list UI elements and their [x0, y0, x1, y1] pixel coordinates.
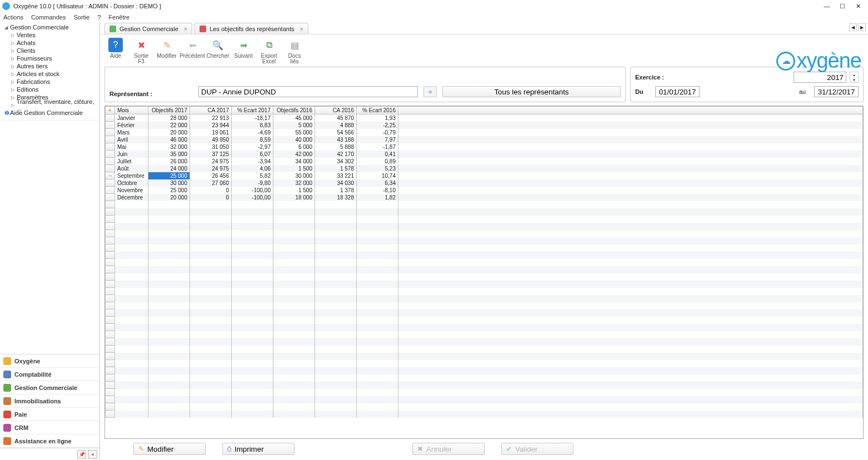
representant-lookup-button[interactable]: ⎆	[423, 86, 437, 97]
menu-commandes[interactable]: Commandes	[31, 14, 66, 21]
cell-ecart-2017[interactable]: -2,97	[232, 143, 273, 151]
cell-ecart-2017[interactable]: 8,83	[232, 122, 273, 129]
module-paie[interactable]: Paie	[0, 408, 99, 421]
module-immobilisations[interactable]: Immobilisations	[0, 394, 99, 408]
toolbar-chercher[interactable]: 🔍Chercher	[207, 38, 229, 64]
cell-ecart-2016[interactable]: 0,41	[357, 151, 398, 158]
col-ca-2016[interactable]: CA 2016	[315, 107, 357, 114]
all-reps-button[interactable]: Tous les représentants	[442, 86, 621, 97]
col-ca-2017[interactable]: CA 2017	[190, 107, 232, 114]
tree-editions[interactable]: Editions	[10, 86, 99, 93]
exercice-input[interactable]	[794, 72, 846, 83]
tree-root-gc[interactable]: Gestion Commerciale	[3, 23, 99, 31]
cell-ecart-2017[interactable]: -3,94	[232, 158, 273, 165]
cell-ecart-2017[interactable]: 4,06	[232, 165, 273, 172]
cell-ca-2016[interactable]: 54 566	[315, 129, 357, 136]
table-row[interactable]: Février22 00023 9448,835 0004 888-2,25	[106, 122, 863, 129]
cell-obj-2017[interactable]: 25 000	[148, 187, 190, 194]
toolbar-export-excel[interactable]: ⧉Export Excel	[258, 38, 280, 64]
cell-obj-2017[interactable]: 24 000	[148, 165, 190, 172]
toolbar-precedent[interactable]: ⬅Précédent	[181, 38, 203, 64]
cell-obj-2016[interactable]: 42 000	[273, 151, 315, 158]
cell-obj-2017[interactable]: 26 000	[148, 158, 190, 165]
cell-ca-2017[interactable]: 37 125	[190, 151, 232, 158]
cell-ecart-2016[interactable]: 5,23	[357, 165, 398, 172]
cell-mois[interactable]: Octobre	[115, 179, 148, 187]
cell-ca-2017[interactable]: 31 050	[190, 143, 232, 151]
cell-obj-2016[interactable]: 34 000	[273, 158, 315, 165]
cell-mois[interactable]: Septembre	[115, 172, 148, 179]
cell-mois[interactable]: Décembre	[115, 194, 148, 201]
representant-input[interactable]	[198, 86, 418, 97]
table-row[interactable]: Décembre20 0000-100,0018 00018 3281,82	[106, 194, 863, 201]
to-date-input[interactable]	[814, 86, 859, 97]
module-assistance[interactable]: Assistance en ligne	[0, 434, 99, 448]
cell-mois[interactable]: Novembre	[115, 187, 148, 194]
cell-ecart-2017[interactable]: -100,00	[232, 187, 273, 194]
table-row[interactable]: Juin35 00037 1256,0742 00042 1700,41	[106, 151, 863, 158]
cell-mois[interactable]: Février	[115, 122, 148, 129]
table-row[interactable]: Novembre25 0000-100,001 5001 378-8,10	[106, 187, 863, 194]
tree-autres-tiers[interactable]: Autres tiers	[10, 62, 99, 70]
cell-obj-2017[interactable]: 32 000	[148, 143, 190, 151]
module-comptabilite[interactable]: Comptabilité	[0, 368, 99, 381]
tab-scroll-left[interactable]: ◀	[849, 23, 857, 31]
cell-obj-2017[interactable]: 20 000	[148, 129, 190, 136]
close-icon[interactable]: ×	[297, 26, 303, 32]
cell-mois[interactable]: Janvier	[115, 114, 148, 122]
close-button[interactable]: ✕	[850, 1, 866, 12]
col-obj-2017[interactable]: Objectifs 2017	[148, 107, 190, 114]
cell-ca-2016[interactable]: 4 888	[315, 122, 357, 129]
cell-mois[interactable]: Août	[115, 165, 148, 172]
maximize-button[interactable]: ☐	[835, 1, 850, 12]
minimize-button[interactable]: —	[819, 1, 835, 12]
tab-scroll-right[interactable]: ▶	[858, 23, 866, 31]
cell-ecart-2017[interactable]: -18,17	[232, 114, 273, 122]
tree-articles-stock[interactable]: Articles et stock	[10, 70, 99, 78]
cell-obj-2017[interactable]: 30 000	[148, 179, 190, 187]
collapse-sidebar-button[interactable]: «	[88, 450, 97, 459]
menu-help[interactable]: ?	[97, 14, 101, 21]
tree-clients[interactable]: Clients	[10, 47, 99, 54]
from-date-input[interactable]	[655, 86, 700, 97]
toolbar-suivant[interactable]: ➡Suivant	[232, 38, 255, 64]
menu-actions[interactable]: Actions	[3, 14, 23, 21]
cell-mois[interactable]: Avril	[115, 136, 148, 143]
tree-fournisseurs[interactable]: Fournisseurs	[10, 54, 99, 62]
module-oxygene[interactable]: Oxygène	[0, 354, 99, 368]
cell-ecart-2017[interactable]: -9,80	[232, 179, 273, 187]
cell-obj-2016[interactable]: 6 000	[273, 143, 315, 151]
table-row[interactable]: Octobre30 00027 060-9,8032 00034 0306,34	[106, 179, 863, 187]
cell-obj-2016[interactable]: 30 000	[273, 172, 315, 179]
cell-ca-2016[interactable]: 1 378	[315, 187, 357, 194]
tree-achats[interactable]: Achats	[10, 39, 99, 47]
table-row[interactable]: Janvier28 00022 913-18,1745 00045 8701,9…	[106, 114, 863, 122]
cell-obj-2017[interactable]: 46 000	[148, 136, 190, 143]
cell-mois[interactable]: Mai	[115, 143, 148, 151]
cell-mois[interactable]: Juin	[115, 151, 148, 158]
tree-transfert[interactable]: Transfert, inventaire, clôture, ...	[10, 101, 99, 109]
col-mois[interactable]: Mois	[115, 107, 148, 114]
cell-ca-2017[interactable]: 24 975	[190, 165, 232, 172]
cell-ca-2017[interactable]: 0	[190, 187, 232, 194]
cell-ca-2017[interactable]: 22 913	[190, 114, 232, 122]
cell-ecart-2016[interactable]: -1,87	[357, 143, 398, 151]
tab-gestion-commerciale[interactable]: Gestion Commerciale ×	[104, 23, 192, 34]
cell-ca-2016[interactable]: 42 170	[315, 151, 357, 158]
cell-ca-2017[interactable]: 27 060	[190, 179, 232, 187]
cell-ecart-2017[interactable]: 8,59	[232, 136, 273, 143]
table-row[interactable]: Juillet26 00024 975-3,9434 00034 3020,89	[106, 158, 863, 165]
cell-ecart-2017[interactable]: 6,07	[232, 151, 273, 158]
cell-ca-2016[interactable]: 33 221	[315, 172, 357, 179]
cell-ecart-2016[interactable]: -0,79	[357, 129, 398, 136]
cell-obj-2017[interactable]: 28 000	[148, 114, 190, 122]
tab-objectifs[interactable]: Les objectifs des représentants ×	[194, 23, 308, 34]
cell-ca-2017[interactable]: 26 456	[190, 172, 232, 179]
cell-obj-2016[interactable]: 1 500	[273, 187, 315, 194]
cell-obj-2017[interactable]: 22 000	[148, 122, 190, 129]
cell-ecart-2016[interactable]: 1,82	[357, 194, 398, 201]
cell-ca-2017[interactable]: 19 061	[190, 129, 232, 136]
cell-obj-2016[interactable]: 40 000	[273, 136, 315, 143]
table-row[interactable]: Mars20 00019 061-4,6955 00054 566-0,79	[106, 129, 863, 136]
tree-fabrications[interactable]: Fabrications	[10, 78, 99, 86]
